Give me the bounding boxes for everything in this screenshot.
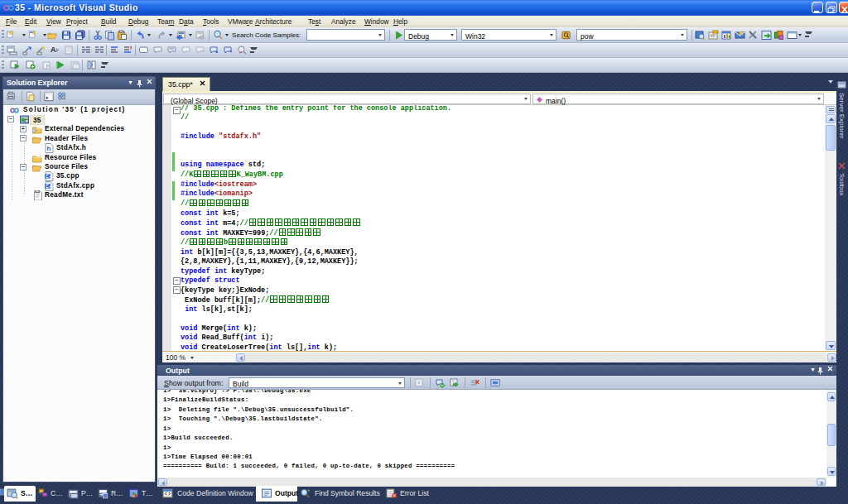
svg-text:C++: C++ (46, 174, 54, 179)
svg-text:h: h (47, 145, 51, 152)
svg-text:C++: C++ (46, 184, 54, 189)
svg-text:A: A (51, 46, 56, 54)
